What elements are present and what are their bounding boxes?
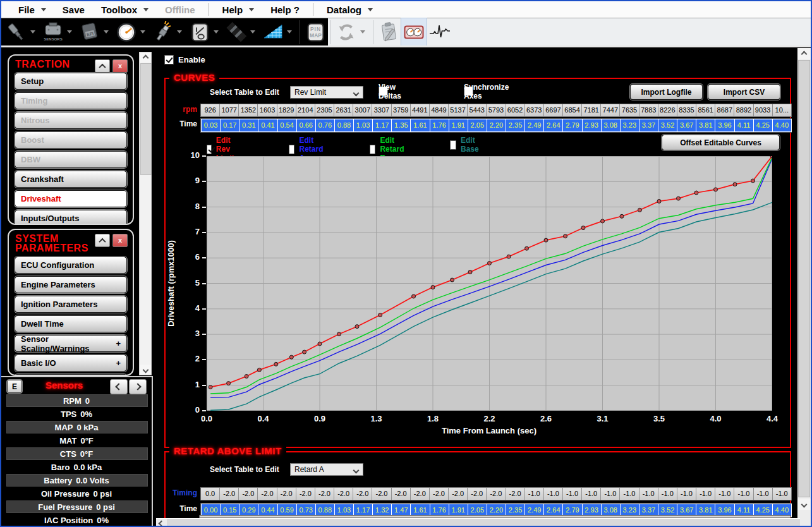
time-row[interactable]: 0.030.170.310.410.540.660.760.881.031.17… [200,118,792,133]
toolbar-sensors-ecu-button[interactable]: SENSORS [40,18,77,45]
rpm-cell[interactable]: 8335 [677,104,696,116]
rpm-cell[interactable]: 1077 [220,104,239,116]
rpm-cell[interactable]: 926 [201,104,220,116]
timing-cell[interactable]: -2.0 [239,488,258,500]
sidebar-item-inputs-outputs[interactable]: Inputs/Outputs [15,210,127,225]
rpm-cell[interactable]: 7635 [620,104,639,116]
time-cell[interactable]: 1.61 [410,119,430,132]
timing-cell[interactable]: 0.0 [201,488,220,500]
rpm-cell[interactable]: 8892 [734,104,753,116]
toolbar-dropdown-arrow[interactable] [140,30,145,33]
menu-dropdown-arrow[interactable] [41,8,46,11]
timing-cell[interactable]: -1.0 [658,488,677,500]
offset-editable-curves-button[interactable]: Offset Editable Curves [662,135,780,150]
toolbar-gauge-button[interactable] [114,18,150,45]
rpm-cell[interactable]: 6854 [563,104,582,116]
rpm-cell[interactable]: 4849 [430,104,449,116]
toolbar-dash-gauges-button[interactable] [401,18,427,45]
rpm-cell[interactable]: 6052 [506,104,525,116]
time-cell[interactable]: 4.11 [734,119,754,132]
time-cell[interactable]: 3.52 [658,119,677,132]
time-cell[interactable]: 0.88 [334,119,354,132]
time-cell[interactable]: 3.96 [715,119,734,132]
edit-base-checkbox[interactable] [450,140,456,150]
edit-retard-a-checkbox[interactable] [289,145,294,154]
time-cell[interactable]: 2.05 [468,119,487,132]
timing-cell[interactable]: -2.0 [372,488,391,500]
sidebar-item-ignition-parameters[interactable]: Ignition Parameters [15,296,127,313]
sidebar-item-boost[interactable]: Boost [15,131,127,148]
sensors-prev-button[interactable] [110,379,128,394]
timing-cell[interactable]: -2.0 [430,488,449,500]
timing-cell[interactable]: -2.0 [506,488,525,500]
timing-cell[interactable]: -2.0 [392,488,411,500]
time-cell[interactable]: 0.41 [258,119,277,132]
timing-cell[interactable]: -1.0 [563,488,582,500]
sidebar-item-engine-parameters[interactable]: Engine Parameters [15,276,127,293]
main-horizontal-scrollbar[interactable] [156,518,800,527]
time-cell[interactable]: 2.49 [524,119,544,132]
enable-checkbox[interactable] [164,55,174,64]
sidebar-item-crankshaft[interactable]: Crankshaft [15,171,127,188]
toolbar-dropdown-arrow[interactable] [104,30,109,33]
import-csv-button[interactable]: Import CSV [708,84,780,100]
menu-toolbox[interactable]: Toolbox [93,1,157,18]
time-cell[interactable]: 4.25 [753,119,773,132]
timing-cell[interactable]: -1.0 [544,488,563,500]
rpm-cell[interactable]: 8561 [696,104,715,116]
time-cell[interactable]: 1.76 [430,119,449,132]
left-panel-scrollbar[interactable] [139,52,152,375]
driveshaft-chart[interactable] [207,156,772,411]
timing-cell[interactable]: -2.0 [411,488,430,500]
rpm-cell[interactable]: 10... [773,104,791,116]
time-cell[interactable]: 1.17 [372,119,392,132]
sensors-expand-button[interactable]: E [6,379,23,394]
sidebar-item-nitrous[interactable]: Nitrous [15,112,127,129]
timing-cell[interactable]: -2.0 [334,488,353,500]
rpm-cell[interactable]: 6697 [544,104,563,116]
timing-cell[interactable]: -1.0 [734,488,753,500]
timing-row[interactable]: 0.0-2.0-2.0-2.0-2.0-2.0-2.0-2.0-2.0-2.0-… [200,487,792,500]
time-cell[interactable]: 3.37 [639,119,658,132]
rpm-cell[interactable]: 3307 [372,104,391,116]
toolbar-dropdown-arrow[interactable] [287,30,292,33]
timing-cell[interactable]: -1.0 [525,488,544,500]
edit-rev-limit-checkbox[interactable] [207,145,212,154]
toolbar-spark-plug-button[interactable] [150,18,187,45]
rpm-cell[interactable]: 8226 [658,104,677,116]
rpm-cell[interactable]: 5443 [468,104,487,116]
timing-cell[interactable]: -2.0 [468,488,487,500]
scroll-left-button[interactable] [156,519,167,527]
rpm-cell[interactable]: 6373 [525,104,544,116]
edit-retard-b-checkbox[interactable] [370,145,375,154]
panel-close-button[interactable]: x [112,59,128,73]
time-cell[interactable]: 2.35 [506,119,525,132]
sidebar-item-setup[interactable]: Setup [15,73,127,90]
rpm-cell[interactable]: 1829 [277,104,296,116]
time-cell[interactable]: 0.66 [296,119,316,132]
toolbar-dropdown-arrow[interactable] [214,30,219,33]
rpm-cell[interactable]: 2631 [334,104,353,116]
timing-cell[interactable]: -1.0 [639,488,658,500]
table-select-dropdown[interactable]: Rev Limit [290,86,363,99]
scrollbar-thumb[interactable] [140,63,152,175]
scroll-down-button[interactable] [797,499,811,510]
toolbar-timing-belt-button[interactable] [224,18,260,45]
toolbar-dropdown-arrow[interactable] [177,30,182,33]
menu-help[interactable]: Help ? [262,1,308,18]
time-cell[interactable]: 2.93 [582,119,602,132]
rpm-cell[interactable]: 2104 [296,104,315,116]
time-cell[interactable]: 2.20 [487,119,506,132]
toolbar-fuel-injector-button[interactable] [4,18,40,45]
menu-help[interactable]: Help [214,1,263,18]
toolbar-sync-button[interactable] [334,18,370,45]
rpm-cell[interactable]: 5137 [449,104,468,116]
panel-collapse-button[interactable] [95,234,110,247]
rpm-cell[interactable]: 7181 [582,104,601,116]
scroll-down-button[interactable] [140,365,151,375]
sidebar-item-ecu-configuration[interactable]: ECU Configuration [15,257,127,274]
toolbar-afr-mesh-button[interactable] [260,18,297,45]
retard-table-select-dropdown[interactable]: Retard A [290,463,363,476]
timing-cell[interactable]: -1.0 [715,488,734,500]
rpm-cell[interactable]: 8687 [715,104,734,116]
